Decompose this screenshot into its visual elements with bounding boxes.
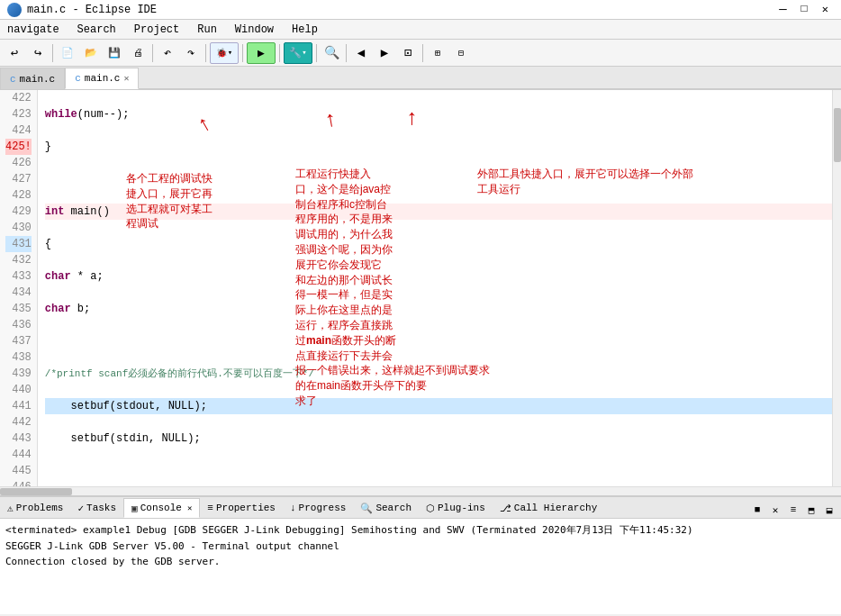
undo-btn[interactable]: ↶ — [157, 42, 178, 64]
maximize-btn[interactable]: □ — [796, 3, 813, 17]
console-label: Console — [140, 503, 182, 513]
expand-btn[interactable]: ⬓ — [821, 502, 837, 518]
menu-help[interactable]: Help — [288, 22, 321, 38]
menu-navigate[interactable]: navigate — [4, 22, 63, 38]
tab-problems[interactable]: ⚠ Problems — [0, 498, 70, 518]
console-line-2: SEGGER J-Link GDB Server V5.00 - Termina… — [5, 539, 836, 555]
menu-search[interactable]: Search — [74, 22, 120, 38]
search-icon: 🔍 — [360, 503, 373, 514]
line-numbers: 422 423 424 425! 426 427 428 429 430 431… — [0, 90, 38, 486]
code-editor[interactable]: 422 423 424 425! 426 427 428 429 430 431… — [0, 90, 841, 486]
menu-window[interactable]: Window — [231, 22, 277, 38]
remove-btn[interactable]: ✕ — [767, 502, 783, 518]
pin-btn[interactable]: ⬒ — [803, 502, 819, 518]
tab-tasks[interactable]: ✓ Tasks — [70, 498, 123, 518]
tasks-icon: ✓ — [77, 503, 84, 514]
stop-btn[interactable]: ■ — [749, 502, 765, 518]
perspective-btn[interactable]: ⊞ — [427, 42, 448, 64]
open-btn[interactable]: 📂 — [80, 42, 102, 64]
tab-progress[interactable]: ↓ Progress — [283, 498, 353, 518]
bottom-panel: ⚠ Problems ✓ Tasks ▣ Console ✕ ≡ Propert… — [0, 495, 841, 612]
view-btn[interactable]: ⊟ — [450, 42, 472, 64]
code-content[interactable]: while(num--); } int main() { char * a; c… — [38, 90, 841, 486]
plugins-label: Plug-ins — [438, 503, 485, 513]
close-btn[interactable]: ✕ — [817, 3, 834, 17]
problems-icon: ⚠ — [7, 503, 14, 514]
last-edit-btn[interactable]: ⊡ — [397, 42, 419, 64]
minimize-btn[interactable]: ─ — [773, 3, 791, 17]
console-line-3: Connection closed by the GDB server. — [5, 554, 836, 570]
menu-project[interactable]: Project — [131, 22, 183, 38]
back-btn[interactable]: ↩ — [4, 42, 25, 64]
tab-properties[interactable]: ≡ Properties — [200, 498, 283, 518]
sep5 — [279, 44, 280, 62]
bottom-tab-bar: ⚠ Problems ✓ Tasks ▣ Console ✕ ≡ Propert… — [0, 497, 841, 519]
tasks-label: Tasks — [86, 503, 116, 513]
save-btn[interactable]: 💾 — [104, 42, 125, 64]
sep8 — [422, 44, 423, 62]
run-btn[interactable]: ▶ — [247, 42, 276, 64]
horizontal-scrollbar[interactable] — [0, 486, 841, 495]
next-btn[interactable]: ▶ — [374, 42, 395, 64]
progress-icon: ↓ — [290, 503, 296, 513]
print-btn[interactable]: 🖨 — [127, 42, 149, 64]
console-actions: ■ ✕ ≡ ⬒ ⬓ — [749, 502, 841, 518]
tab-bar: c main.c c main.c ✕ — [0, 67, 841, 90]
search-label: Search — [375, 503, 411, 513]
new-btn[interactable]: 📄 — [57, 42, 78, 64]
title-text: main.c - Eclipse IDE — [27, 4, 157, 16]
scrollbar-thumb-v[interactable] — [834, 108, 841, 162]
sep4 — [242, 44, 243, 62]
toolbar: ↩ ↪ 📄 📂 💾 🖨 ↶ ↷ 🐞▾ ▶ 🔧▾ 🔍 ◀ ▶ ⊡ ⊞ ⊟ — [0, 40, 841, 67]
tab-icon-1: c — [10, 74, 16, 85]
tab-main-2[interactable]: c main.c ✕ — [65, 68, 139, 89]
redo-btn[interactable]: ↷ — [180, 42, 202, 64]
tab-search[interactable]: 🔍 Search — [353, 498, 419, 518]
menu-btn[interactable]: ≡ — [785, 502, 801, 518]
forward-btn[interactable]: ↪ — [27, 42, 49, 64]
progress-label: Progress — [299, 503, 347, 513]
sep1 — [52, 44, 53, 62]
menu-run[interactable]: Run — [194, 22, 221, 38]
console-icon: ▣ — [131, 503, 138, 514]
console-close[interactable]: ✕ — [187, 503, 192, 513]
tab-label-2: main.c — [85, 73, 121, 84]
plugins-icon: ⬡ — [426, 503, 435, 514]
tab-plugins[interactable]: ⬡ Plug-ins — [419, 498, 493, 518]
tab-call-hierarchy[interactable]: ⎇ Call Hierarchy — [493, 498, 604, 518]
title-bar: main.c - Eclipse IDE ─ □ ✕ — [0, 0, 841, 20]
menu-bar: navigate Search Project Run Window Help — [0, 20, 841, 40]
vertical-scrollbar[interactable] — [832, 90, 841, 486]
bottom-panel-wrapper: ⚠ Problems ✓ Tasks ▣ Console ✕ ≡ Propert… — [0, 495, 841, 612]
tab-icon-2: c — [75, 73, 81, 84]
console-output: <terminated> example1 Debug [GDB SEGGER … — [0, 519, 841, 614]
debug-dropdown-btn[interactable]: 🐞▾ — [210, 42, 239, 64]
search-btn[interactable]: 🔍 — [321, 42, 342, 64]
scrollbar-thumb-h[interactable] — [0, 488, 72, 495]
tab-label-1: main.c — [20, 74, 56, 85]
problems-label: Problems — [16, 503, 64, 513]
external-tools-btn[interactable]: 🔧▾ — [284, 42, 312, 64]
sep7 — [346, 44, 347, 62]
properties-icon: ≡ — [207, 503, 213, 513]
sep6 — [316, 44, 317, 62]
app-icon — [7, 3, 22, 17]
console-line-1: <terminated> example1 Debug [GDB SEGGER … — [5, 522, 836, 539]
prev-btn[interactable]: ◀ — [350, 42, 372, 64]
sep3 — [205, 44, 206, 62]
tab-close-btn[interactable]: ✕ — [123, 73, 129, 84]
sep2 — [152, 44, 153, 62]
call-hierarchy-label: Call Hierarchy — [514, 503, 597, 513]
tab-console[interactable]: ▣ Console ✕ — [123, 498, 200, 518]
code-editor-container: 422 423 424 425! 426 427 428 429 430 431… — [0, 90, 841, 495]
call-hierarchy-icon: ⎇ — [500, 503, 511, 514]
tab-main-1[interactable]: c main.c — [0, 68, 65, 89]
properties-label: Properties — [216, 503, 276, 513]
